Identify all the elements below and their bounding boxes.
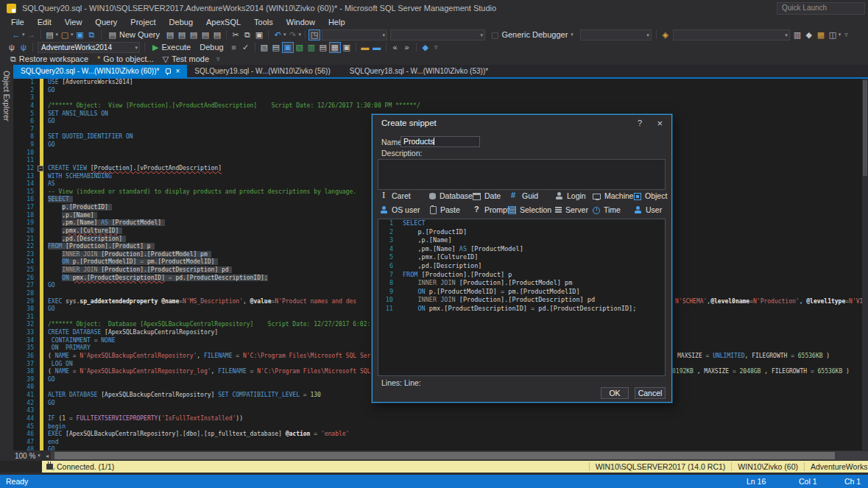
box-selection-icon[interactable]: ◳ [308, 29, 320, 40]
menu-item-tools[interactable]: Tools [247, 18, 280, 26]
daxx-query-icon[interactable]: ▤ [211, 29, 223, 40]
query-options-icon[interactable]: ▤ [270, 42, 282, 53]
save-icon[interactable]: ▣ [74, 29, 86, 40]
client-statistics-icon[interactable]: ▥ [306, 42, 317, 53]
comment-icon[interactable]: ▬ [359, 42, 371, 53]
time-snippet-button[interactable]: Time [593, 205, 621, 214]
wrench-icon[interactable]: ◆ [803, 29, 815, 40]
generic-debugger-button[interactable]: ▢Generic Debugger▾ [487, 30, 579, 40]
toolbar-combo-2[interactable]: ▾ [390, 29, 485, 40]
results-to-file-icon[interactable]: ▣ [341, 42, 353, 53]
showplan-icon[interactable]: ▧ [258, 42, 270, 53]
toolbar-combo-3[interactable]: ▾ [580, 29, 652, 40]
selection-snippet-button[interactable]: Selection [508, 205, 551, 214]
zoom-select[interactable]: 100 %▾ [13, 452, 43, 460]
intellisense-icon[interactable]: ▣ [282, 42, 294, 53]
machine-snippet-button[interactable]: Machine [593, 191, 634, 200]
uncomment-icon[interactable]: ▬ [371, 42, 383, 53]
object-snippet-button[interactable]: Object [634, 191, 667, 200]
chevron-down-icon[interactable]: ▾ [71, 32, 74, 38]
go-to-object-button[interactable]: *Go to object... [93, 54, 158, 63]
database-snippet-button[interactable]: Database [429, 191, 473, 200]
open-file-icon[interactable]: ▢ [59, 29, 71, 40]
database-combo[interactable]: AdventureWorks2014▾ [38, 42, 140, 53]
login-snippet-button[interactable]: Login [555, 191, 586, 200]
chevron-down-icon[interactable]: ▾ [283, 32, 286, 38]
menu-item-edit[interactable]: Edit [31, 18, 58, 26]
server-snippet-button[interactable]: Server [555, 205, 588, 214]
redo-icon[interactable]: ↷ [287, 29, 299, 40]
dmx-query-icon[interactable]: ▤ [188, 29, 200, 40]
window-layout-icon[interactable]: ◫ [827, 29, 839, 40]
change-connection-icon[interactable]: ψ [18, 42, 29, 53]
xmla-query-icon[interactable]: ▤ [200, 29, 211, 40]
database-engine-query-icon[interactable]: ▤ [164, 29, 176, 40]
toolbar1-overflow[interactable]: ▿ [844, 31, 848, 38]
save-all-icon[interactable]: ⧉ [86, 29, 98, 40]
undo-icon[interactable]: ↶ [272, 29, 283, 40]
stop-icon[interactable]: ■ [228, 42, 240, 53]
menu-item-window[interactable]: Window [280, 18, 322, 26]
vertical-scrollbar-thumb[interactable] [863, 80, 867, 176]
new-query-button[interactable]: ▤New Query [105, 30, 164, 40]
toolbar2-overflow[interactable]: ▿ [434, 43, 438, 51]
new-file-icon[interactable]: ▤ [44, 29, 56, 40]
mdx-query-icon[interactable]: ▤ [176, 29, 188, 40]
help-icon[interactable]: ? [638, 119, 642, 127]
parse-icon[interactable]: ✓ [240, 42, 252, 53]
nav-forward-icon[interactable]: → [26, 29, 38, 40]
copy-icon[interactable]: ⧉ [241, 29, 253, 40]
document-tab-2[interactable]: SQLQuery19.sql - W...(WIN10\Zivko (56)) [187, 65, 338, 77]
snippet-code-preview[interactable]: 1SELECT2 p.[ProductID]3 ,p.[Name]4 ,pm.[… [378, 219, 666, 376]
quick-launch-input[interactable]: Quick Launch [777, 2, 865, 15]
toolbox-icon[interactable]: ▦ [815, 29, 827, 40]
editor-horizontal-scrollbar[interactable] [51, 451, 868, 460]
increase-indent-icon[interactable]: » [401, 42, 413, 53]
snippet-name-input[interactable]: Products [401, 136, 480, 147]
os-user-snippet-button[interactable]: OS user [380, 205, 420, 214]
results-to-text-icon[interactable]: ▤ [317, 42, 329, 53]
snippet-description-input[interactable] [378, 159, 666, 190]
registered-servers-icon[interactable]: ▥ [791, 29, 803, 40]
object-explorer-tab[interactable]: Object Explorer [2, 71, 10, 121]
paste-icon[interactable]: ▣ [253, 29, 265, 40]
guid-snippet-button[interactable]: Guid [510, 191, 538, 200]
horizontal-scrollbar-thumb[interactable] [54, 452, 835, 459]
connect-icon[interactable]: ψ [6, 42, 18, 53]
toolbar3-overflow[interactable]: ▿ [216, 55, 220, 63]
cut-icon[interactable]: ✂ [230, 29, 241, 40]
nav-back-icon[interactable]: ← [10, 29, 22, 40]
decrease-indent-icon[interactable]: « [389, 42, 401, 53]
execute-button[interactable]: ▶Execute [148, 43, 195, 52]
menu-item-help[interactable]: Help [322, 18, 352, 26]
chevron-down-icon[interactable]: ▾ [56, 32, 59, 38]
toolbar-combo-4[interactable]: ▾ [673, 29, 790, 40]
document-tab-1[interactable]: SQLQuery20.sql - W...(WIN10\Zivko (60))*… [13, 65, 187, 77]
cancel-button[interactable]: Cancel [635, 387, 666, 399]
caret-snippet-button[interactable]: Caret [380, 191, 411, 200]
test-mode-button[interactable]: ▽Test mode [158, 54, 214, 64]
menu-item-view[interactable]: View [58, 18, 89, 26]
close-icon[interactable]: × [657, 118, 663, 129]
scroll-left-icon[interactable]: ◂ [43, 453, 51, 459]
document-tab-3[interactable]: SQLQuery18.sql - W...(WIN10\Zivko (53))* [342, 65, 495, 77]
restore-workspace-button[interactable]: ⧉Restore workspace [6, 54, 93, 64]
prompt-snippet-button[interactable]: Prompt [473, 205, 509, 214]
results-to-grid-icon[interactable]: ▦ [329, 42, 341, 53]
actual-plan-icon[interactable]: ▧ [294, 42, 306, 53]
debug-button[interactable]: Debug [195, 43, 227, 52]
close-tab-icon[interactable]: × [175, 67, 180, 75]
menu-item-apexsql[interactable]: ApexSQL [200, 18, 247, 26]
chevron-down-icon[interactable]: ▾ [299, 32, 302, 38]
user-snippet-button[interactable]: User [634, 205, 662, 214]
ok-button[interactable]: OK [601, 387, 629, 399]
date-snippet-button[interactable]: Date [473, 191, 501, 200]
find-icon[interactable]: ◈ [660, 29, 671, 40]
pin-icon[interactable] [166, 68, 171, 74]
toolbar-combo-1[interactable]: ▾ [322, 29, 387, 40]
snippet-icon[interactable]: ◆ [420, 42, 431, 53]
menu-item-project[interactable]: Project [124, 18, 162, 26]
editor-vertical-scrollbar[interactable] [862, 79, 868, 450]
fold-collapse-icon[interactable]: − [38, 166, 43, 171]
menu-item-debug[interactable]: Debug [163, 18, 200, 26]
